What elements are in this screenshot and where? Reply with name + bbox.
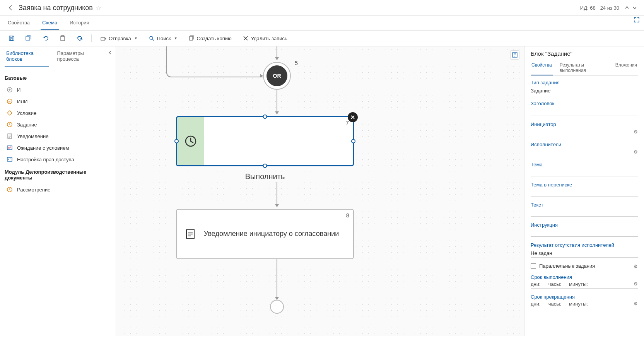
hours-label: часы:: [548, 281, 561, 287]
undo-icon: [43, 35, 49, 41]
notif-node-text: Уведомление инициатору о согласовании: [204, 229, 353, 239]
field-label: Результат отсутствия исполнителей: [531, 242, 638, 248]
notification-node[interactable]: Уведомление инициатору о согласовании 8: [176, 209, 354, 259]
toolbar-separator: [91, 34, 92, 42]
checkbox-label: Параллельные задания: [539, 263, 595, 269]
port-top[interactable]: [263, 114, 267, 119]
block-and[interactable]: И: [5, 84, 111, 96]
port-bottom[interactable]: [263, 164, 267, 168]
port-right[interactable]: [351, 139, 355, 144]
block-wait-condition[interactable]: Ожидание с условием: [5, 142, 111, 154]
connector-line: [277, 90, 277, 113]
tab-properties[interactable]: Свойства: [6, 16, 31, 30]
main-layout: Библиотека блоков Параметры процесса Баз…: [0, 46, 644, 336]
heading-input[interactable]: [531, 108, 638, 116]
clock-icon: [6, 121, 13, 128]
panel-tab-results[interactable]: Результаты выполнения: [559, 60, 608, 75]
page-title: Заявка на сотрудников: [19, 4, 93, 12]
block-notification[interactable]: Уведомление: [5, 130, 111, 142]
back-button[interactable]: [6, 3, 15, 12]
termination-input[interactable]: дни: часы: минуты: ⚙: [531, 301, 638, 308]
group-title-docs-module: Модуль Делопроизводственные документы: [5, 169, 111, 181]
text-input[interactable]: [531, 209, 638, 217]
expand-window-icon[interactable]: [634, 17, 641, 24]
next-node-preview[interactable]: [270, 300, 284, 314]
field-label: Заголовок: [531, 101, 638, 106]
block-task[interactable]: Задание: [5, 119, 111, 130]
delete-node-button[interactable]: [348, 112, 358, 122]
node-number: 5: [295, 60, 298, 66]
block-label: И: [17, 87, 20, 93]
field-label: Текст: [531, 202, 638, 208]
header-right: ИД: 68 24 из 30: [580, 5, 638, 11]
next-record-button[interactable]: [632, 5, 638, 11]
performers-input[interactable]: ⚙: [531, 149, 638, 156]
minutes-label: минуты:: [569, 301, 588, 307]
search-button[interactable]: Поиск ▼: [146, 34, 180, 43]
node-number: 8: [346, 212, 349, 219]
canvas[interactable]: OR 5 7 Выполнить: [116, 46, 524, 336]
block-or[interactable]: OR ИЛИ: [5, 96, 111, 107]
code-icon: [6, 156, 13, 163]
refresh-button[interactable]: [74, 34, 85, 43]
save-button[interactable]: [6, 34, 17, 43]
chevron-down-icon: ▼: [174, 36, 178, 40]
noperf-result-value[interactable]: Не задан: [531, 249, 638, 258]
svg-point-3: [150, 36, 153, 39]
block-label: Задание: [17, 122, 37, 128]
field-task-type: Тип задания Задание: [531, 80, 638, 95]
settings-icon[interactable]: ⚙: [634, 301, 638, 306]
doc-icon: [6, 133, 13, 140]
tab-process-params[interactable]: Параметры процесса: [55, 46, 105, 67]
subject-thread-input[interactable]: [531, 189, 638, 196]
left-tabs: Библиотека блоков Параметры процесса: [0, 46, 116, 67]
field-termination: Срок прекращения дни: часы: минуты: ⚙: [531, 294, 638, 308]
delete-button[interactable]: Удалить запись: [240, 34, 290, 43]
favorite-star-icon[interactable]: ☆: [96, 4, 101, 12]
save-all-button[interactable]: [23, 34, 34, 43]
block-review[interactable]: Рассмотрение: [5, 184, 111, 195]
panel-tab-attachments[interactable]: Вложения: [615, 60, 638, 75]
collapse-left-panel-button[interactable]: [108, 50, 113, 56]
deadline-input[interactable]: дни: часы: минуты: ⚙: [531, 281, 638, 289]
instruction-input[interactable]: [531, 229, 638, 237]
checkbox[interactable]: [531, 263, 536, 269]
settings-icon[interactable]: ⚙: [634, 281, 638, 287]
prev-record-button[interactable]: [624, 5, 630, 11]
field-heading: Заголовок: [531, 101, 638, 116]
block-access-rights[interactable]: Настройка прав доступа: [5, 154, 111, 165]
block-label: Условие: [17, 110, 36, 116]
panel-tab-properties[interactable]: Свойства: [531, 60, 553, 75]
settings-icon[interactable]: ⚙: [634, 264, 638, 269]
or-node[interactable]: OR 5: [263, 62, 291, 90]
subject-input[interactable]: [531, 169, 638, 176]
block-condition[interactable]: Условие: [5, 107, 111, 119]
refresh-icon: [77, 35, 83, 41]
field-label: Тема: [531, 162, 638, 167]
tab-block-library[interactable]: Библиотека блоков: [5, 46, 49, 67]
field-value[interactable]: Задание: [531, 87, 638, 95]
undo-button[interactable]: [40, 34, 51, 43]
field-noperf-result: Результат отсутствия исполнителей Не зад…: [531, 242, 638, 258]
clock-icon: [6, 186, 13, 193]
create-copy-button[interactable]: Создать копию: [186, 34, 234, 43]
task-node-icon-zone: [177, 117, 204, 165]
field-label: Срок прекращения: [531, 294, 638, 300]
clock-icon: [184, 135, 197, 148]
paste-button[interactable]: [57, 34, 68, 43]
node-number: 7: [346, 120, 349, 126]
port-left[interactable]: [174, 139, 179, 144]
initiator-input[interactable]: ⚙: [531, 128, 638, 136]
tab-history[interactable]: История: [68, 16, 91, 30]
minutes-label: минуты:: [569, 281, 588, 287]
tab-scheme[interactable]: Схема: [41, 16, 59, 30]
search-label: Поиск: [157, 36, 171, 41]
task-node[interactable]: 7: [176, 116, 354, 166]
connector-line: [166, 58, 263, 77]
send-label: Отправка: [109, 36, 131, 41]
canvas-settings-button[interactable]: [510, 50, 519, 60]
send-button[interactable]: Отправка ▼: [98, 34, 140, 43]
field-parallel-tasks[interactable]: Параллельные задания ⚙: [531, 263, 638, 269]
settings-icon[interactable]: ⚙: [634, 129, 638, 135]
settings-icon[interactable]: ⚙: [634, 149, 638, 155]
